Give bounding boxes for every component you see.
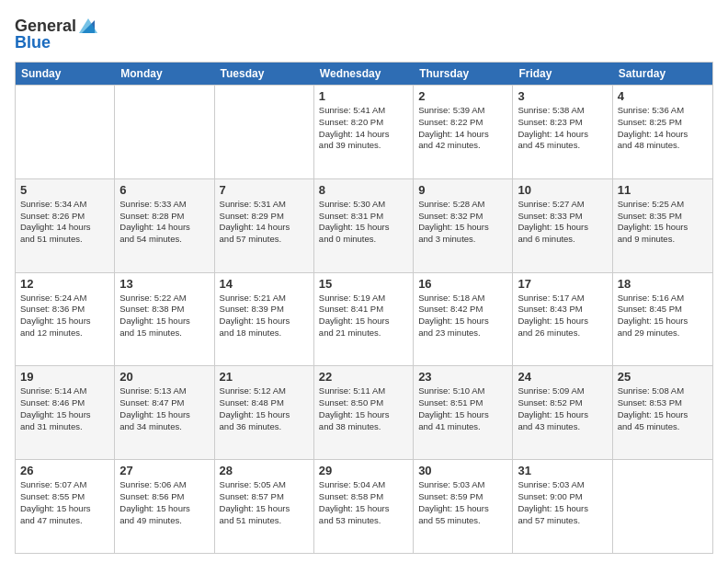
cell-info-text: Sunrise: 5:10 AM Sunset: 8:51 PM Dayligh… — [418, 385, 507, 432]
cell-info-text: Sunrise: 5:03 AM Sunset: 9:00 PM Dayligh… — [518, 479, 607, 526]
cell-info-text: Sunrise: 5:06 AM Sunset: 8:56 PM Dayligh… — [119, 479, 209, 526]
cell-day-number: 10 — [518, 183, 607, 197]
logo-triangle-icon — [77, 15, 99, 37]
calendar-cell-23: 23Sunrise: 5:10 AM Sunset: 8:51 PM Dayli… — [414, 366, 513, 459]
calendar-cell-22: 22Sunrise: 5:11 AM Sunset: 8:50 PM Dayli… — [314, 366, 414, 459]
calendar-cell-17: 17Sunrise: 5:17 AM Sunset: 8:43 PM Dayli… — [513, 273, 612, 366]
cell-info-text: Sunrise: 5:38 AM Sunset: 8:23 PM Dayligh… — [518, 105, 607, 152]
calendar-cell-7: 7Sunrise: 5:31 AM Sunset: 8:29 PM Daylig… — [215, 179, 314, 272]
calendar-cell-15: 15Sunrise: 5:19 AM Sunset: 8:41 PM Dayli… — [314, 273, 414, 366]
calendar-row-3: 12Sunrise: 5:24 AM Sunset: 8:36 PM Dayli… — [16, 272, 712, 366]
cell-day-number: 28 — [220, 464, 309, 477]
cell-info-text: Sunrise: 5:41 AM Sunset: 8:20 PM Dayligh… — [319, 105, 408, 152]
cell-day-number: 4 — [618, 89, 708, 103]
cell-day-number: 3 — [518, 89, 607, 103]
cell-day-number: 9 — [418, 183, 507, 197]
header-day-monday: Monday — [115, 63, 214, 85]
cell-info-text: Sunrise: 5:21 AM Sunset: 8:39 PM Dayligh… — [220, 293, 309, 339]
cell-info-text: Sunrise: 5:12 AM Sunset: 8:48 PM Dayligh… — [220, 385, 309, 432]
cell-day-number: 11 — [618, 183, 708, 197]
calendar-cell-13: 13Sunrise: 5:22 AM Sunset: 8:38 PM Dayli… — [115, 273, 214, 366]
cell-day-number: 19 — [20, 370, 109, 384]
cell-day-number: 26 — [20, 464, 109, 477]
cell-day-number: 5 — [20, 183, 109, 197]
cell-info-text: Sunrise: 5:08 AM Sunset: 8:53 PM Dayligh… — [618, 385, 708, 432]
cell-day-number: 18 — [618, 277, 708, 291]
cell-info-text: Sunrise: 5:24 AM Sunset: 8:36 PM Dayligh… — [20, 293, 109, 339]
cell-info-text: Sunrise: 5:04 AM Sunset: 8:58 PM Dayligh… — [319, 479, 408, 526]
calendar-cell-20: 20Sunrise: 5:13 AM Sunset: 8:47 PM Dayli… — [115, 366, 214, 459]
calendar-cell-empty-0-1 — [115, 86, 214, 178]
cell-info-text: Sunrise: 5:27 AM Sunset: 8:33 PM Dayligh… — [518, 199, 607, 246]
calendar-cell-21: 21Sunrise: 5:12 AM Sunset: 8:48 PM Dayli… — [215, 366, 314, 459]
header-day-thursday: Thursday — [414, 63, 513, 85]
header: General Blue — [15, 15, 713, 52]
cell-info-text: Sunrise: 5:39 AM Sunset: 8:22 PM Dayligh… — [418, 105, 507, 152]
cell-info-text: Sunrise: 5:09 AM Sunset: 8:52 PM Dayligh… — [518, 385, 607, 432]
cell-info-text: Sunrise: 5:11 AM Sunset: 8:50 PM Dayligh… — [319, 385, 408, 432]
calendar-cell-25: 25Sunrise: 5:08 AM Sunset: 8:53 PM Dayli… — [613, 366, 712, 459]
calendar-cell-19: 19Sunrise: 5:14 AM Sunset: 8:46 PM Dayli… — [16, 366, 115, 459]
cell-day-number: 6 — [119, 183, 209, 197]
cell-day-number: 1 — [319, 89, 408, 103]
calendar-cell-28: 28Sunrise: 5:05 AM Sunset: 8:57 PM Dayli… — [215, 460, 314, 553]
logo: General Blue — [15, 15, 99, 52]
calendar-row-5: 26Sunrise: 5:07 AM Sunset: 8:55 PM Dayli… — [16, 459, 712, 553]
cell-day-number: 21 — [220, 370, 309, 384]
cell-day-number: 17 — [518, 277, 607, 291]
cell-info-text: Sunrise: 5:33 AM Sunset: 8:28 PM Dayligh… — [119, 199, 209, 246]
calendar-cell-empty-0-0 — [16, 86, 115, 178]
cell-day-number: 16 — [418, 277, 507, 291]
calendar-cell-18: 18Sunrise: 5:16 AM Sunset: 8:45 PM Dayli… — [613, 273, 712, 366]
calendar-cell-3: 3Sunrise: 5:38 AM Sunset: 8:23 PM Daylig… — [513, 86, 612, 178]
header-day-tuesday: Tuesday — [215, 63, 314, 85]
header-day-saturday: Saturday — [613, 63, 712, 85]
cell-info-text: Sunrise: 5:17 AM Sunset: 8:43 PM Dayligh… — [518, 293, 607, 339]
cell-day-number: 27 — [119, 464, 209, 477]
header-day-wednesday: Wednesday — [314, 63, 414, 85]
cell-day-number: 12 — [20, 277, 109, 291]
cell-day-number: 23 — [418, 370, 507, 384]
calendar-cell-24: 24Sunrise: 5:09 AM Sunset: 8:52 PM Dayli… — [513, 366, 612, 459]
cell-info-text: Sunrise: 5:14 AM Sunset: 8:46 PM Dayligh… — [20, 385, 109, 432]
calendar-cell-2: 2Sunrise: 5:39 AM Sunset: 8:22 PM Daylig… — [414, 86, 513, 178]
cell-info-text: Sunrise: 5:22 AM Sunset: 8:38 PM Dayligh… — [119, 293, 209, 339]
calendar: SundayMondayTuesdayWednesdayThursdayFrid… — [15, 62, 713, 554]
calendar-row-4: 19Sunrise: 5:14 AM Sunset: 8:46 PM Dayli… — [16, 365, 712, 459]
page: General Blue SundayMondayTuesdayWednesda… — [0, 0, 728, 563]
calendar-cell-27: 27Sunrise: 5:06 AM Sunset: 8:56 PM Dayli… — [115, 460, 214, 553]
calendar-cell-26: 26Sunrise: 5:07 AM Sunset: 8:55 PM Dayli… — [16, 460, 115, 553]
calendar-row-1: 1Sunrise: 5:41 AM Sunset: 8:20 PM Daylig… — [16, 85, 712, 178]
cell-day-number: 25 — [618, 370, 708, 384]
cell-info-text: Sunrise: 5:36 AM Sunset: 8:25 PM Dayligh… — [618, 105, 708, 152]
cell-info-text: Sunrise: 5:19 AM Sunset: 8:41 PM Dayligh… — [319, 293, 408, 339]
calendar-cell-16: 16Sunrise: 5:18 AM Sunset: 8:42 PM Dayli… — [414, 273, 513, 366]
cell-info-text: Sunrise: 5:07 AM Sunset: 8:55 PM Dayligh… — [20, 479, 109, 526]
calendar-cell-29: 29Sunrise: 5:04 AM Sunset: 8:58 PM Dayli… — [314, 460, 414, 553]
cell-info-text: Sunrise: 5:18 AM Sunset: 8:42 PM Dayligh… — [418, 293, 507, 339]
calendar-cell-4: 4Sunrise: 5:36 AM Sunset: 8:25 PM Daylig… — [613, 86, 712, 178]
cell-info-text: Sunrise: 5:31 AM Sunset: 8:29 PM Dayligh… — [220, 199, 309, 246]
cell-day-number: 14 — [220, 277, 309, 291]
calendar-cell-8: 8Sunrise: 5:30 AM Sunset: 8:31 PM Daylig… — [314, 179, 414, 272]
calendar-cell-30: 30Sunrise: 5:03 AM Sunset: 8:59 PM Dayli… — [414, 460, 513, 553]
logo-blue-text: Blue — [15, 33, 51, 52]
cell-day-number: 31 — [518, 464, 607, 477]
calendar-cell-31: 31Sunrise: 5:03 AM Sunset: 9:00 PM Dayli… — [513, 460, 612, 553]
cell-info-text: Sunrise: 5:13 AM Sunset: 8:47 PM Dayligh… — [119, 385, 209, 432]
calendar-cell-1: 1Sunrise: 5:41 AM Sunset: 8:20 PM Daylig… — [314, 86, 414, 178]
cell-info-text: Sunrise: 5:16 AM Sunset: 8:45 PM Dayligh… — [618, 293, 708, 339]
calendar-cell-5: 5Sunrise: 5:34 AM Sunset: 8:26 PM Daylig… — [16, 179, 115, 272]
cell-day-number: 7 — [220, 183, 309, 197]
cell-day-number: 8 — [319, 183, 408, 197]
header-day-friday: Friday — [513, 63, 612, 85]
calendar-cell-9: 9Sunrise: 5:28 AM Sunset: 8:32 PM Daylig… — [414, 179, 513, 272]
cell-day-number: 13 — [119, 277, 209, 291]
calendar-cell-14: 14Sunrise: 5:21 AM Sunset: 8:39 PM Dayli… — [215, 273, 314, 366]
calendar-row-2: 5Sunrise: 5:34 AM Sunset: 8:26 PM Daylig… — [16, 178, 712, 272]
cell-info-text: Sunrise: 5:05 AM Sunset: 8:57 PM Dayligh… — [220, 479, 309, 526]
calendar-cell-empty-0-2 — [215, 86, 314, 178]
cell-day-number: 30 — [418, 464, 507, 477]
cell-day-number: 2 — [418, 89, 507, 103]
cell-info-text: Sunrise: 5:34 AM Sunset: 8:26 PM Dayligh… — [20, 199, 109, 246]
